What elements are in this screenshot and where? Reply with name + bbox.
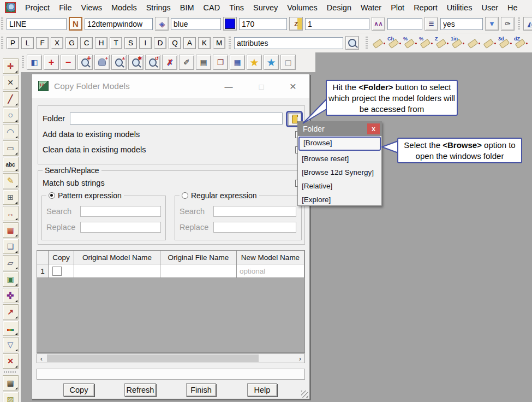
menu-cad[interactable]: CAD bbox=[204, 3, 220, 12]
row-copy-checkbox[interactable] bbox=[52, 267, 62, 276]
cad-symbol-tool[interactable]: ⊞ bbox=[3, 190, 19, 205]
colour-swatch-button[interactable] bbox=[223, 17, 237, 31]
help-button[interactable]: Help bbox=[247, 383, 277, 397]
zoom-in-button[interactable]: + bbox=[44, 55, 59, 70]
snap-key-i[interactable]: I bbox=[139, 37, 152, 49]
snap-key-l[interactable]: L bbox=[21, 37, 34, 49]
scroll-thumb[interactable] bbox=[47, 354, 259, 362]
cad-line-tool[interactable]: ╱ bbox=[3, 91, 19, 107]
zoom-factor-button[interactable]: ± bbox=[111, 55, 127, 70]
popup-item-browse-12d-synergy[interactable]: [Browse 12d Synergy] bbox=[298, 165, 381, 179]
snap-key-a[interactable]: A bbox=[183, 37, 196, 49]
menu-project[interactable]: Project bbox=[25, 3, 50, 12]
name-toggle-button[interactable]: N bbox=[69, 17, 82, 31]
snap-key-k[interactable]: K bbox=[198, 37, 211, 49]
popup-item-browse[interactable]: [Browse] bbox=[298, 137, 381, 151]
copy-button[interactable]: Copy bbox=[63, 383, 94, 397]
snap-key-f[interactable]: F bbox=[36, 37, 49, 49]
snap-key-m[interactable]: M bbox=[213, 37, 225, 49]
menu-plot[interactable]: Plot bbox=[391, 3, 404, 12]
snap-key-c[interactable]: C bbox=[80, 37, 93, 49]
menu-user[interactable]: User bbox=[481, 3, 498, 12]
snap-key-g[interactable]: G bbox=[65, 37, 78, 49]
menu-help[interactable]: He bbox=[507, 3, 518, 12]
cad-weight-input[interactable] bbox=[305, 18, 369, 30]
cad-model-input[interactable] bbox=[85, 18, 153, 30]
minimize-button[interactable]: — bbox=[220, 80, 237, 93]
cad-width-input[interactable] bbox=[239, 18, 287, 30]
cad-project-point-tool[interactable]: ↗ bbox=[3, 304, 19, 320]
cad-grid-tool[interactable]: ▦ bbox=[3, 222, 19, 238]
zoom-centre-button[interactable]: ✱ bbox=[128, 55, 144, 70]
cad-pencil-tool[interactable]: ✎ bbox=[3, 173, 19, 188]
cad-image-tool[interactable]: ▣ bbox=[3, 271, 19, 287]
cad-window-tool[interactable]: ❏ bbox=[3, 239, 19, 254]
cad-circle-tool[interactable]: ○ bbox=[3, 108, 19, 123]
new-model-name-cell[interactable]: optional bbox=[237, 264, 304, 278]
measure-delta-z-icon[interactable]: dZ bbox=[513, 36, 527, 50]
measure-height-icon[interactable]: Z bbox=[434, 36, 448, 50]
snap-key-q[interactable]: Q bbox=[169, 37, 181, 49]
popup-close-button[interactable]: x bbox=[367, 123, 380, 134]
snap-key-d[interactable]: D bbox=[154, 37, 166, 49]
menu-water[interactable]: Water bbox=[361, 3, 381, 12]
regular-replace-input[interactable] bbox=[213, 222, 296, 233]
finish-button[interactable]: Finish bbox=[186, 383, 216, 397]
menu-survey[interactable]: Survey bbox=[253, 3, 278, 12]
cad-arc-tool[interactable]: ◠ bbox=[3, 124, 19, 139]
cad-segment-tool[interactable]: ▬ bbox=[3, 321, 19, 336]
pattern-search-input[interactable] bbox=[80, 206, 161, 217]
popup-item-relative[interactable]: [Relative] bbox=[298, 179, 381, 193]
cad-text-tool[interactable]: abc bbox=[3, 157, 19, 172]
cad-rectangle-tool[interactable]: ▭ bbox=[3, 140, 19, 156]
snap-dropdown-button[interactable]: ▼ bbox=[485, 17, 499, 31]
model-layers-button[interactable]: ◈ bbox=[155, 17, 169, 31]
favourite-yellow-star-button[interactable]: ★ bbox=[247, 55, 262, 70]
zoom-previous-button[interactable]: ↺ bbox=[145, 55, 160, 70]
measure-one-in-icon[interactable]: 1in bbox=[450, 36, 464, 50]
cad-snap-input[interactable] bbox=[440, 18, 483, 30]
measure-chainage-icon[interactable]: Ch bbox=[387, 36, 401, 50]
col-new-model-name[interactable]: New Model Name bbox=[237, 251, 304, 264]
eyedropper-button[interactable]: ✑ bbox=[501, 17, 515, 31]
cad-colour-input[interactable] bbox=[171, 18, 221, 30]
popup-item-browse-reset[interactable]: [Browse reset] bbox=[298, 152, 381, 165]
measure-crossing-icon[interactable] bbox=[482, 36, 495, 50]
refresh-button[interactable]: Refresh bbox=[124, 383, 156, 397]
favourite-blue-star-button[interactable]: ★ bbox=[264, 55, 279, 70]
toolbar-grip[interactable] bbox=[229, 37, 231, 50]
snap-key-x[interactable]: X bbox=[51, 37, 63, 49]
cad-move-tool[interactable]: ✜ bbox=[3, 288, 19, 303]
menu-views[interactable]: Views bbox=[81, 3, 102, 12]
status-field[interactable] bbox=[37, 369, 305, 380]
z-order-button[interactable]: Z bbox=[289, 17, 303, 31]
toolbar-grip[interactable] bbox=[1, 17, 3, 31]
regular-search-input[interactable] bbox=[213, 206, 296, 217]
col-original-model-name[interactable]: Original Model Name bbox=[74, 251, 160, 264]
popup-item-explore[interactable]: [Explore] bbox=[298, 193, 381, 206]
menu-utilities[interactable]: Utilities bbox=[447, 3, 473, 12]
menu-volumes[interactable]: Volumes bbox=[287, 3, 318, 12]
pattern-replace-input[interactable] bbox=[80, 222, 161, 233]
cad-point-tool[interactable]: ✛ bbox=[3, 58, 19, 74]
scroll-left-arrow[interactable]: ‹ bbox=[37, 354, 46, 363]
cad-text-input[interactable] bbox=[7, 18, 67, 30]
snap-key-t[interactable]: T bbox=[110, 37, 122, 49]
col-copy[interactable]: Copy bbox=[49, 251, 74, 264]
cad-face-tool[interactable]: ▱ bbox=[3, 255, 19, 270]
plan-view-button[interactable]: ▦ bbox=[230, 55, 245, 70]
rail-tool[interactable]: ▦ bbox=[3, 375, 19, 391]
snap-key-s[interactable]: S bbox=[124, 37, 137, 49]
menu-file[interactable]: File bbox=[59, 3, 71, 12]
measure-bearing-distance-icon[interactable] bbox=[371, 36, 385, 50]
regular-expression-radio[interactable] bbox=[182, 192, 188, 199]
toolbar-grip[interactable] bbox=[518, 17, 520, 31]
view-save-button[interactable]: ◧ bbox=[27, 55, 42, 70]
linestyle-button[interactable]: ≡ bbox=[425, 17, 438, 31]
snap-key-h[interactable]: H bbox=[95, 37, 107, 49]
image-snap-tool[interactable]: ▨ bbox=[3, 392, 19, 402]
pattern-expression-radio[interactable] bbox=[49, 192, 55, 199]
cad-polygon-tool[interactable]: ▽ bbox=[3, 337, 19, 352]
plot-button[interactable]: ▤ bbox=[196, 55, 211, 70]
zoom-out-button[interactable]: − bbox=[61, 55, 76, 70]
